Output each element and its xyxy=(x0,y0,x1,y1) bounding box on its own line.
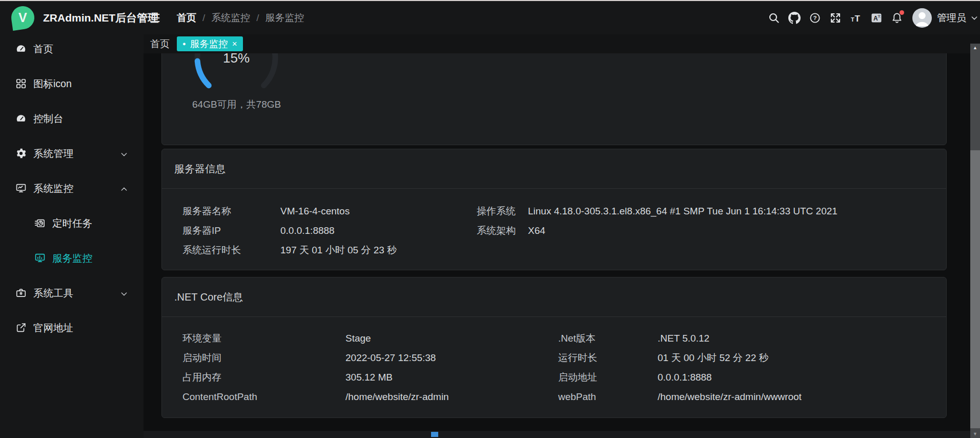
field-label: webPath xyxy=(558,387,658,407)
app-window: V ZRAdmin.NET后台管理 首页 / 系统监控 / 服务监控 xyxy=(0,0,980,438)
field-label: 系统运行时长 xyxy=(182,241,280,260)
sidebar-item-label: 图标icon xyxy=(33,77,72,91)
vertical-scrollbar-thumb[interactable] xyxy=(970,150,980,428)
dotnet-info-table: 环境变量 Stage .Net版本 .NET 5.0.12 启动时间 2022-… xyxy=(162,317,946,407)
field-value: 2022-05-27 12:55:38 xyxy=(345,348,558,368)
field-value: VM-16-4-centos xyxy=(280,202,477,221)
monitor-bars-icon xyxy=(34,252,46,264)
breadcrumb-current-page: 服务监控 xyxy=(266,11,304,25)
chevron-down-icon xyxy=(120,289,128,297)
field-value: 01 天 00 小时 52 分 22 秒 xyxy=(658,348,946,368)
sidebar-item-label: 系统监控 xyxy=(33,182,73,195)
tab-label: 服务监控 xyxy=(190,37,228,50)
field-value: .NET 5.0.12 xyxy=(658,329,946,348)
field-label: 运行时长 xyxy=(558,348,658,368)
timer-icon xyxy=(34,217,46,229)
memory-usage-percent: 15% xyxy=(206,53,267,66)
sidebar-item-icons[interactable]: 图标icon xyxy=(0,66,144,101)
field-value: Linux 4.18.0-305.3.1.el8.x86_64 #1 SMP T… xyxy=(528,202,946,221)
toolbox-icon xyxy=(15,287,27,298)
breadcrumb-system-monitor[interactable]: 系统监控 xyxy=(211,11,250,25)
sidebar-item-service-monitor[interactable]: 服务监控 xyxy=(0,241,144,275)
gear-icon xyxy=(15,148,27,159)
sidebar-item-official-site[interactable]: 官网地址 xyxy=(0,310,144,345)
logo-letter: V xyxy=(18,10,27,25)
header-bar: V ZRAdmin.NET后台管理 首页 / 系统监控 / 服务监控 xyxy=(0,1,980,34)
field-value: /home/website/zr-admin/wwwroot xyxy=(658,387,946,407)
font-size-small-glyph: T xyxy=(851,16,854,22)
field-label: .Net版本 xyxy=(558,329,658,348)
field-value: Stage xyxy=(345,329,558,348)
memory-caption: 64GB可用，共78GB xyxy=(192,98,281,111)
sidebar-item-system-admin[interactable]: 系统管理 xyxy=(0,136,144,171)
field-value: X64 xyxy=(528,221,946,241)
sidebar-item-system-monitor[interactable]: 系统监控 xyxy=(0,171,144,206)
field-value: 0.0.0.1:8888 xyxy=(658,368,946,387)
sidebar-item-label: 系统管理 xyxy=(33,147,73,161)
scroll-up-arrow[interactable]: ▲ xyxy=(970,44,980,52)
header-actions: ? T T A 文 xyxy=(768,1,978,34)
field-label: 系统架构 xyxy=(477,221,528,241)
dotnet-info-card: .NET Core信息 环境变量 Stage .Net版本 .NET 5.0.1… xyxy=(161,277,947,418)
horizontal-scrollbar-thumb[interactable] xyxy=(431,432,438,437)
user-menu-chevron-down-icon[interactable] xyxy=(970,14,978,22)
horizontal-scrollbar[interactable] xyxy=(144,431,970,438)
breadcrumb-separator: / xyxy=(256,12,259,24)
card-title: 服务器信息 xyxy=(162,149,946,189)
user-name[interactable]: 管理员 xyxy=(937,11,966,25)
notification-badge xyxy=(900,10,904,15)
vertical-scrollbar[interactable]: ▲ ▼ xyxy=(970,44,980,438)
field-value: 197 天 01 小时 05 分 23 秒 xyxy=(280,241,477,260)
tags-view-bar: 首页 ● 服务监控 × xyxy=(144,34,980,53)
sidebar-item-console[interactable]: 控制台 xyxy=(0,101,144,136)
help-glyph: ? xyxy=(813,15,816,21)
main-content: 15% 64GB可用，共78GB 服务器信息 服务器名称 VM-16-4-cen… xyxy=(144,53,970,438)
field-value: 305.12 MB xyxy=(345,368,558,387)
tab-home[interactable]: 首页 xyxy=(150,34,170,53)
fullscreen-icon[interactable] xyxy=(829,12,842,24)
sidebar-item-label: 系统工具 xyxy=(33,286,73,300)
server-info-card: 服务器信息 服务器名称 VM-16-4-centos 操作系统 Linux 4.… xyxy=(161,149,947,270)
server-info-table: 服务器名称 VM-16-4-centos 操作系统 Linux 4.18.0-3… xyxy=(162,189,946,260)
external-link-icon xyxy=(15,322,27,333)
font-size-large-glyph: T xyxy=(855,13,861,23)
field-value: 0.0.0.1:8888 xyxy=(280,221,477,241)
help-icon[interactable]: ? xyxy=(809,12,821,24)
translate-icon[interactable]: A 文 xyxy=(870,12,883,24)
breadcrumb: 首页 / 系统监控 / 服务监控 xyxy=(177,1,304,34)
sidebar-item-scheduled-tasks[interactable]: 定时任务 xyxy=(0,206,144,241)
sidebar-item-system-tools[interactable]: 系统工具 xyxy=(0,275,144,310)
font-size-icon[interactable]: T T xyxy=(850,12,862,24)
field-label: ContentRootPath xyxy=(182,387,345,407)
dashboard-icon xyxy=(15,43,27,54)
scroll-down-arrow[interactable]: ▼ xyxy=(970,430,980,437)
active-tab-dot: ● xyxy=(182,41,186,47)
tab-close-icon[interactable]: × xyxy=(232,39,237,48)
sidebar: 首页 图标icon 控制台 xyxy=(0,34,144,438)
field-label: 服务器名称 xyxy=(182,202,280,221)
sidebar-item-home[interactable]: 首页 xyxy=(0,31,144,66)
sidebar-item-label: 服务监控 xyxy=(52,251,92,265)
app-title: ZRAdmin.NET后台管理 xyxy=(43,1,158,34)
breadcrumb-home[interactable]: 首页 xyxy=(177,11,196,25)
github-icon[interactable] xyxy=(788,12,801,24)
field-label: 操作系统 xyxy=(477,202,528,221)
sidebar-menu: 首页 图标icon 控制台 xyxy=(0,31,144,345)
app-logo[interactable]: V xyxy=(10,5,36,31)
notification-bell-icon[interactable] xyxy=(891,12,903,24)
chevron-up-icon xyxy=(120,184,128,192)
field-label: 占用内存 xyxy=(182,368,345,387)
field-label: 环境变量 xyxy=(182,329,345,348)
sidebar-item-label: 首页 xyxy=(33,42,53,56)
tab-label: 首页 xyxy=(150,37,170,51)
memory-card: 15% 64GB可用，共78GB xyxy=(161,53,947,145)
chevron-down-icon xyxy=(120,149,128,157)
translate-cn-glyph: 文 xyxy=(877,14,881,17)
sidebar-collapse-icon[interactable] xyxy=(149,12,161,24)
avatar[interactable] xyxy=(912,8,932,28)
sidebar-item-label: 定时任务 xyxy=(52,216,92,230)
card-title: .NET Core信息 xyxy=(162,277,946,317)
breadcrumb-separator: / xyxy=(202,12,205,24)
search-icon[interactable] xyxy=(768,12,780,24)
tab-service-monitor[interactable]: ● 服务监控 × xyxy=(177,36,243,51)
